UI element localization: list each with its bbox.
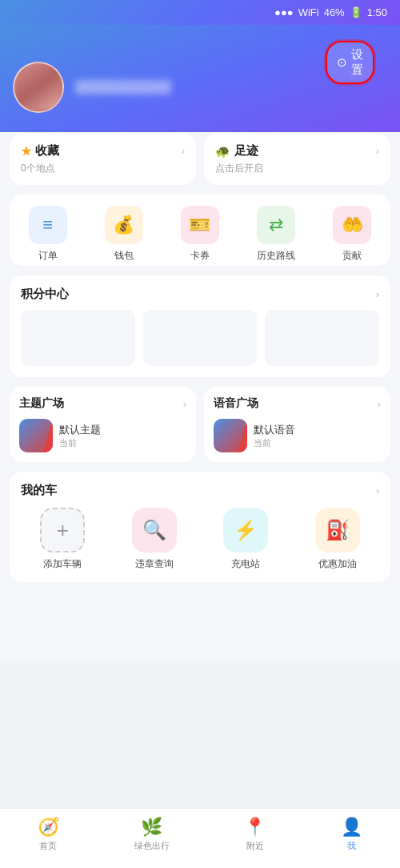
- star-icon: ★: [21, 144, 31, 159]
- orders-icon-item[interactable]: ≡ 订单: [29, 206, 67, 263]
- footprint-card[interactable]: 🐢 足迹 › 点击后开启: [204, 134, 390, 185]
- theme-name: 默认主题: [59, 423, 101, 437]
- coupon-label: 卡券: [190, 249, 210, 263]
- signal-icon: ●●●: [274, 6, 294, 18]
- battery-indicator: 46%: [324, 6, 345, 18]
- username-display: [75, 80, 171, 94]
- time-display: 1:50: [367, 6, 387, 18]
- bottom-nav: 🧭 首页 🌿 绿色出行 📍 附近 👤 我: [0, 808, 400, 868]
- coupon-icon: 🎫: [189, 215, 210, 235]
- voice-chevron: ›: [378, 398, 381, 410]
- car-grid: + 添加车辆 🔍 违章查询 ⚡ 充电站 ⛽: [21, 508, 379, 571]
- footprint-chevron: ›: [376, 145, 379, 157]
- add-vehicle-item[interactable]: + 添加车辆: [40, 508, 85, 571]
- voice-name: 默认语音: [254, 423, 295, 437]
- theme-item: 默认主题 当前: [19, 419, 186, 452]
- profile-nav-icon: 👤: [341, 817, 362, 838]
- avatar[interactable]: [13, 62, 64, 113]
- voice-sub: 当前: [254, 437, 295, 449]
- profile-nav-label: 我: [347, 840, 356, 852]
- charging-station-label: 充电站: [231, 557, 260, 571]
- favorites-footprint-row: ★ 收藏 › 0个地点 🐢 足迹 › 点击后开启: [10, 134, 390, 185]
- home-nav-icon: 🧭: [38, 817, 59, 838]
- points-title: 积分中心: [21, 287, 69, 302]
- points-card[interactable]: 积分中心 ›: [10, 275, 390, 377]
- green-travel-nav-icon: 🌿: [141, 817, 162, 838]
- battery-icon: 🔋: [350, 6, 362, 18]
- favorites-subtitle: 0个地点: [21, 162, 185, 175]
- history-icon: ⇄: [269, 215, 283, 235]
- favorites-card[interactable]: ★ 收藏 › 0个地点: [10, 134, 196, 185]
- wallet-icon-item[interactable]: 💰 钱包: [105, 206, 143, 263]
- nav-profile[interactable]: 👤 我: [341, 817, 362, 852]
- my-car-chevron: ›: [376, 484, 379, 496]
- settings-label: 设置: [351, 47, 363, 78]
- nearby-nav-label: 附近: [246, 840, 264, 852]
- history-label: 历史路线: [257, 249, 295, 263]
- my-car-title: 我的车: [21, 483, 57, 498]
- add-vehicle-label: 添加车辆: [43, 557, 82, 571]
- charging-station-item[interactable]: ⚡ 充电站: [223, 508, 268, 571]
- footprint-icon: 🐢: [215, 144, 230, 159]
- voice-item: 默认语音 当前: [214, 419, 381, 452]
- contribute-icon: 🤲: [342, 215, 363, 235]
- coupon-icon-item[interactable]: 🎫 卡券: [181, 206, 219, 263]
- traffic-violation-label: 违章查询: [135, 557, 174, 571]
- header-section: ⊙ 设置: [0, 25, 400, 132]
- favorites-chevron: ›: [182, 145, 185, 157]
- nearby-nav-icon: 📍: [244, 817, 266, 838]
- footprint-title: 足迹: [234, 143, 258, 159]
- add-vehicle-icon: +: [57, 518, 69, 543]
- nav-green-travel[interactable]: 🌿 绿色出行: [134, 817, 170, 852]
- points-placeholder-3: [265, 310, 379, 366]
- points-placeholder-2: [143, 310, 258, 366]
- fuel-discount-icon: ⛽: [326, 519, 350, 541]
- theme-sub: 当前: [59, 437, 101, 449]
- voice-card[interactable]: 语音广场 › 默认语音 当前: [204, 387, 390, 462]
- theme-chevron: ›: [183, 398, 186, 410]
- home-nav-label: 首页: [39, 840, 57, 852]
- points-placeholders: [21, 310, 379, 366]
- my-car-card: 我的车 › + 添加车辆 🔍 违章查询 ⚡: [10, 472, 390, 582]
- wallet-label: 钱包: [114, 249, 134, 263]
- history-icon-item[interactable]: ⇄ 历史路线: [257, 206, 295, 263]
- status-bar: ●●● WiFi 46% 🔋 1:50: [0, 0, 400, 25]
- traffic-violation-item[interactable]: 🔍 违章查询: [132, 508, 177, 571]
- traffic-violation-icon: 🔍: [142, 519, 166, 541]
- settings-button[interactable]: ⊙ 设置: [326, 41, 374, 84]
- nav-nearby[interactable]: 📍 附近: [244, 817, 266, 852]
- settings-icon: ⊙: [337, 55, 347, 70]
- theme-voice-row: 主题广场 › 默认主题 当前 语音广场 ›: [10, 387, 390, 462]
- fuel-discount-item[interactable]: ⛽ 优惠加油: [315, 508, 360, 571]
- theme-card[interactable]: 主题广场 › 默认主题 当前: [10, 387, 196, 462]
- voice-title: 语音广场: [214, 396, 258, 411]
- orders-label: 订单: [38, 249, 58, 263]
- theme-title: 主题广场: [19, 396, 64, 411]
- main-content: ★ 收藏 › 0个地点 🐢 足迹 › 点击后开启 ≡ 订单: [0, 121, 400, 661]
- footprint-subtitle: 点击后开启: [215, 162, 379, 175]
- orders-icon: ≡: [42, 215, 53, 235]
- points-chevron: ›: [376, 288, 379, 300]
- theme-icon: [19, 419, 53, 452]
- favorites-title: 收藏: [35, 143, 59, 159]
- contribute-label: 贡献: [342, 249, 362, 263]
- quick-icons-grid: ≡ 订单 💰 钱包 🎫 卡券 ⇄ 历史路线 🤲 贡献: [10, 195, 390, 266]
- user-info: [75, 80, 171, 94]
- wallet-icon: 💰: [113, 215, 134, 235]
- voice-icon: [214, 419, 247, 452]
- charging-station-icon: ⚡: [234, 519, 258, 541]
- points-placeholder-1: [21, 310, 135, 366]
- contribute-icon-item[interactable]: 🤲 贡献: [333, 206, 371, 263]
- green-travel-nav-label: 绿色出行: [134, 840, 170, 852]
- fuel-discount-label: 优惠加油: [318, 557, 357, 571]
- nav-home[interactable]: 🧭 首页: [38, 817, 59, 852]
- wifi-icon: WiFi: [298, 6, 319, 18]
